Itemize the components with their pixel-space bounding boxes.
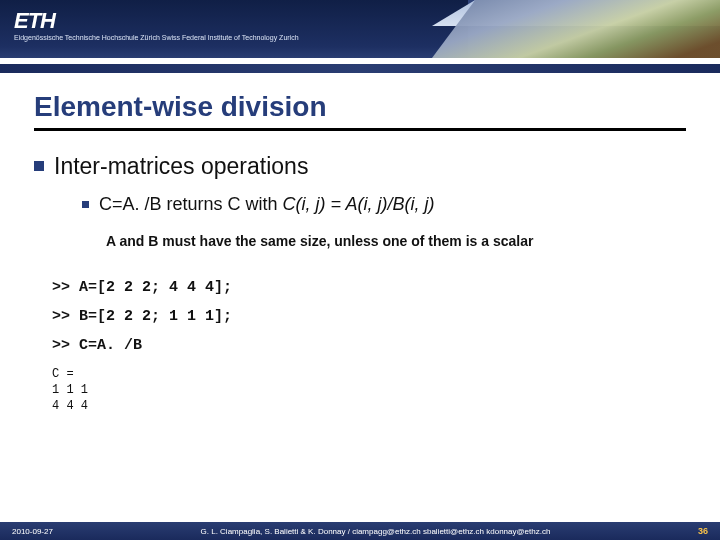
bullet-l1-text: Inter-matrices operations — [54, 153, 308, 180]
bullet-l2-pre: C=A. /B returns C with — [99, 194, 283, 214]
content-area: Element-wise division Inter-matrices ope… — [0, 73, 720, 415]
eth-subtitle: Eidgenössische Technische Hochschule Zür… — [14, 34, 299, 41]
code-block: >> A=[2 2 2; 4 4 4]; >> B=[2 2 2; 1 1 1]… — [52, 279, 686, 354]
footer-page-number: 36 — [698, 526, 708, 536]
footer-bar: 2010-09-27 G. L. Ciampaglia, S. Balietti… — [0, 522, 720, 540]
square-bullet-icon — [34, 161, 44, 171]
banner-dark-bg — [0, 0, 468, 58]
note-text: A and B must have the same size, unless … — [106, 233, 686, 249]
header-banner: ETH Eidgenössische Technische Hochschule… — [0, 0, 720, 58]
bullet-l2-text: C=A. /B returns C with C(i, j) = A(i, j)… — [99, 194, 434, 215]
code-line-2: >> B=[2 2 2; 1 1 1]; — [52, 308, 686, 325]
banner-strip — [0, 64, 720, 73]
banner-photo — [432, 0, 720, 58]
footer-authors: G. L. Ciampaglia, S. Balietti & K. Donna… — [53, 527, 698, 536]
bullet-l2-formula: C(i, j) = A(i, j)/B(i, j) — [283, 194, 435, 214]
code-line-1: >> A=[2 2 2; 4 4 4]; — [52, 279, 686, 296]
bullet-level1: Inter-matrices operations — [34, 153, 686, 180]
footer-date: 2010-09-27 — [12, 527, 53, 536]
slide-title: Element-wise division — [34, 91, 686, 131]
slide: ETH Eidgenössische Technische Hochschule… — [0, 0, 720, 540]
code-output: C = 1 1 1 4 4 4 — [52, 366, 686, 415]
square-bullet-icon — [82, 201, 89, 208]
eth-logo: ETH — [14, 8, 55, 34]
bullet-level2: C=A. /B returns C with C(i, j) = A(i, j)… — [82, 194, 686, 215]
code-line-3: >> C=A. /B — [52, 337, 686, 354]
